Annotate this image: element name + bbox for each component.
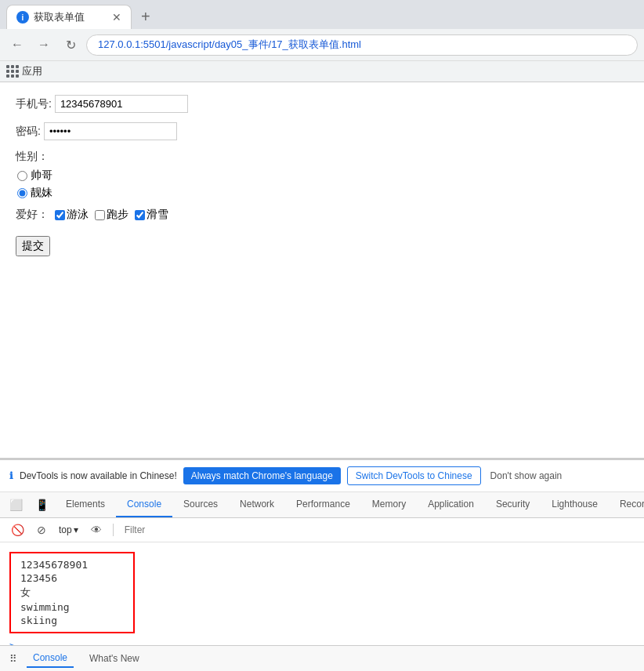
gender-label: 性别： [16,150,628,164]
checkbox-running[interactable]: 跑步 [95,208,128,222]
gender-radio-group: 帅哥 靓妹 [17,169,628,200]
checkbox-skiing-label: 滑雪 [147,208,168,222]
devtools-tabs: ⬜ 📱 Elements Console Sources Network Per… [0,492,644,518]
checkbox-running-label: 跑步 [107,208,128,222]
radio-male-label: 帅哥 [31,169,52,183]
password-label: 密码: [16,125,41,139]
clear-console-icon[interactable]: 🚫 [6,521,29,539]
address-input[interactable] [86,34,638,56]
tab-sources[interactable]: Sources [172,492,229,517]
checkbox-group: 爱好： 游泳 跑步 滑雪 [16,208,628,222]
console-line-4: swimming [20,600,124,614]
console-line-1: 12345678901 [20,558,124,571]
filter-icon[interactable]: ⊘ [32,521,51,539]
checkbox-swimming-label: 游泳 [67,208,89,222]
context-dropdown-icon: ▾ [74,524,78,535]
tab-application[interactable]: Application [417,492,485,517]
bookmarks-bar: 应用 [0,60,644,82]
context-selector[interactable]: top ▾ [54,523,83,537]
active-tab[interactable]: 获取表单值 ✕ [6,5,132,29]
devtools-notification: ℹ DevTools is now available in Chinese! … [0,460,644,492]
tab-elements[interactable]: Elements [55,492,116,517]
apps-bookmark[interactable]: 应用 [6,64,42,78]
tab-memory[interactable]: Memory [361,492,417,517]
devtools-panel: ℹ DevTools is now available in Chinese! … [0,459,644,658]
console-line-3: 女 [20,585,124,600]
radio-female[interactable]: 靓妹 [17,186,628,200]
dont-show-again[interactable]: Don't show again [490,470,563,481]
always-match-button[interactable]: Always match Chrome's language [183,467,341,484]
radio-female-input[interactable] [17,188,27,198]
eye-icon[interactable]: 👁 [86,521,107,539]
console-line-2: 123456 [20,571,124,585]
back-button[interactable]: ← [6,34,28,56]
inspect-icon[interactable]: ⬜ [3,494,29,516]
bottom-tab-whatsnew[interactable]: What's New [83,650,146,667]
page-content: 手机号: 密码: 性别： 帅哥 靓妹 爱好： 游泳 [0,82,644,459]
notification-text: DevTools is now available in Chinese! [20,470,177,481]
forward-button[interactable]: → [33,34,55,56]
radio-male-input[interactable] [17,171,27,181]
hobbies-section: 爱好： 游泳 跑步 滑雪 [16,208,628,222]
tab-title: 获取表单值 [34,10,107,24]
phone-row: 手机号: [16,95,628,113]
submit-row: 提交 [16,230,628,256]
tab-performance[interactable]: Performance [285,492,361,517]
checkbox-running-input[interactable] [95,210,105,220]
tab-lighthouse[interactable]: Lighthouse [541,492,609,517]
reload-button[interactable]: ↻ [60,34,81,56]
gender-section: 性别： 帅哥 靓妹 [16,150,628,200]
apps-icon [6,65,19,78]
checkbox-swimming[interactable]: 游泳 [55,208,89,222]
hobby-label: 爱好： [16,208,49,222]
tab-close-button[interactable]: ✕ [112,11,121,24]
checkbox-skiing[interactable]: 滑雪 [135,208,168,222]
browser-chrome: 获取表单值 ✕ + ← → ↻ 应用 [0,0,644,82]
address-bar-row: ← → ↻ [0,29,644,60]
context-label: top [59,524,72,535]
bottom-bar: ⠿ Console What's New [0,645,644,671]
filter-input[interactable] [120,523,638,537]
password-input[interactable] [44,122,177,140]
phone-label: 手机号: [16,97,52,111]
radio-female-label: 靓妹 [31,186,52,200]
tab-bar: 获取表单值 ✕ + [0,0,644,29]
bottom-dots-icon[interactable]: ⠿ [9,653,17,665]
new-tab-button[interactable]: + [135,5,157,29]
notification-icon: ℹ [9,470,13,481]
console-output: 12345678901 123456 女 swimming skiing > [0,542,644,658]
tab-network[interactable]: Network [229,492,285,517]
bottom-tab-console[interactable]: Console [27,649,74,668]
tab-security[interactable]: Security [485,492,541,517]
console-output-box: 12345678901 123456 女 swimming skiing [9,552,135,633]
submit-button[interactable]: 提交 [16,236,50,256]
phone-input[interactable] [55,95,188,113]
tab-recorder[interactable]: Recorder ▲ [609,492,644,517]
toolbar-divider [113,524,114,536]
device-icon[interactable]: 📱 [29,494,55,516]
console-toolbar: 🚫 ⊘ top ▾ 👁 [0,518,644,542]
switch-to-chinese-button[interactable]: Switch DevTools to Chinese [347,466,481,485]
checkbox-swimming-input[interactable] [55,210,65,220]
checkbox-skiing-input[interactable] [135,210,145,220]
radio-male[interactable]: 帅哥 [17,169,628,183]
console-line-5: skiing [20,614,124,627]
password-row: 密码: [16,122,628,140]
tab-console[interactable]: Console [116,492,172,517]
apps-label: 应用 [22,64,42,78]
tab-favicon [16,11,29,24]
